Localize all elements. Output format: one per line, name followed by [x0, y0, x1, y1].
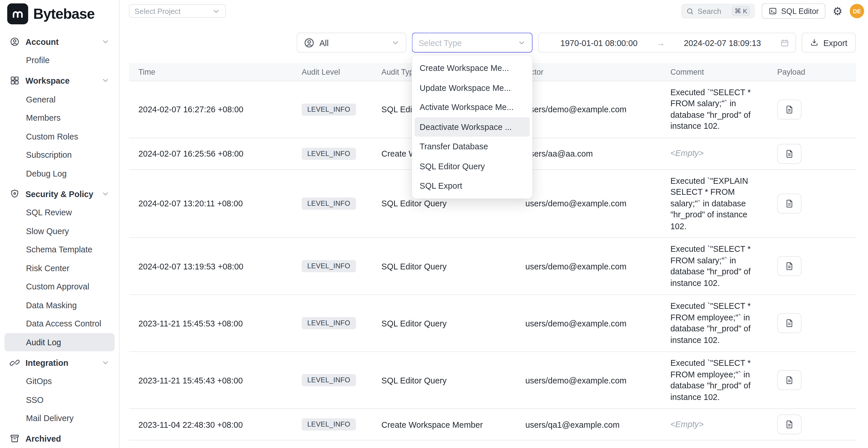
bytebase-logo-icon [7, 3, 28, 24]
brand-name: Bytebase [33, 5, 95, 22]
sidebar-item-members[interactable]: Members [4, 108, 114, 127]
section-label: Security & Policy [26, 189, 93, 198]
audit-time: 2024-02-07 16:27:26 +08:00 [129, 81, 292, 138]
chevron-down-icon [518, 38, 526, 47]
main-area: Select Project ⌘ K SQL Editor ⚙ DE [120, 0, 868, 448]
audit-comment: Executed `"SELECT * FROM department;"` i… [670, 446, 762, 448]
audit-type-dropdown: Create Workspace Me... Update Workspace … [412, 55, 533, 198]
audit-actor: users/demo@example.com [516, 237, 661, 295]
sidebar-item-risk-center[interactable]: Risk Center [4, 259, 114, 277]
sidebar-item-subscription[interactable]: Subscription [4, 146, 114, 164]
file-icon [784, 318, 794, 328]
date-from-value[interactable]: 1970-01-01 08:00:00 [545, 38, 653, 47]
dropdown-option-create-workspace-member[interactable]: Create Workspace Me... [412, 58, 533, 78]
audit-type: SQL Editor Query [372, 352, 516, 409]
table-row: 2023-11-21 15:45:53 +08:00 LEVEL_INFO SQ… [129, 295, 856, 352]
payload-button[interactable] [777, 256, 801, 276]
sidebar-section-archived[interactable]: Archived [4, 429, 114, 448]
calendar-icon [780, 38, 789, 47]
audit-comment: Executed `"EXPLAIN SELECT * FROM salary;… [670, 175, 762, 232]
search-input[interactable] [698, 7, 728, 15]
project-select-placeholder: Select Project [135, 7, 181, 15]
sidebar-item-custom-roles[interactable]: Custom Roles [4, 127, 114, 146]
dropdown-option-activate-workspace-member[interactable]: Activate Workspace Me... [412, 98, 533, 117]
user-avatar[interactable]: DE [850, 4, 864, 18]
link-icon [9, 357, 20, 367]
column-header-audit-level: Audit Level [292, 63, 372, 81]
payload-button[interactable] [777, 313, 801, 333]
payload-button[interactable] [777, 143, 801, 163]
sql-editor-button[interactable]: SQL Editor [762, 3, 826, 19]
grid-icon [9, 75, 20, 86]
sidebar-item-general[interactable]: General [4, 90, 114, 108]
audit-time: 2023-11-21 15:45:53 +08:00 [129, 295, 292, 352]
audit-time: 2024-02-07 13:20:11 +08:00 [129, 169, 292, 237]
export-button[interactable]: Export [802, 33, 856, 53]
sidebar-item-data-masking[interactable]: Data Masking [4, 296, 114, 314]
audit-comment: <Empty> [670, 148, 762, 159]
section-label: Workspace [26, 76, 70, 85]
audit-level-badge: LEVEL_INFO [302, 103, 356, 116]
dropdown-option-update-workspace-member[interactable]: Update Workspace Me... [412, 78, 533, 98]
search-icon [686, 7, 694, 15]
audit-actor: users/demo@example.com [516, 295, 661, 352]
sidebar-item-profile[interactable]: Profile [4, 51, 114, 69]
export-label: Export [824, 38, 847, 47]
sidebar-section-workspace[interactable]: Workspace [4, 71, 114, 90]
audit-level-badge: LEVEL_INFO [302, 374, 356, 386]
project-select[interactable]: Select Project [129, 4, 226, 18]
sidebar-item-audit-log[interactable]: Audit Log [4, 333, 114, 351]
audit-comment: Executed `"SELECT * FROM employee;"` in … [670, 300, 762, 346]
sidebar-item-gitops[interactable]: GitOps [4, 372, 114, 390]
brand-home-link[interactable]: Bytebase [0, 0, 119, 28]
date-to-value[interactable]: 2024-02-07 18:09:13 [668, 38, 777, 47]
audit-actor: users/demo@example.com [516, 169, 661, 237]
column-header-payload: Payload [768, 63, 856, 81]
audit-time: 2024-02-07 13:19:53 +08:00 [129, 237, 292, 295]
payload-button[interactable] [777, 414, 801, 435]
sidebar-item-debug-log[interactable]: Debug Log [4, 164, 114, 183]
sidebar-section-security-policy[interactable]: Security & Policy [4, 184, 114, 203]
audit-type: SQL Editor Query [372, 440, 516, 448]
dropdown-option-transfer-database[interactable]: Transfer Database [412, 137, 533, 156]
actor-scope-select[interactable]: All [297, 33, 406, 53]
payload-button[interactable] [777, 370, 801, 390]
dropdown-option-sql-editor-query[interactable]: SQL Editor Query [412, 156, 533, 176]
sidebar-item-mail-delivery[interactable]: Mail Delivery [4, 409, 114, 427]
search-box[interactable]: ⌘ K [682, 4, 754, 18]
audit-level-badge: LEVEL_INFO [302, 197, 356, 210]
sidebar-item-data-access-control[interactable]: Data Access Control [4, 314, 114, 333]
sidebar-item-schema-template[interactable]: Schema Template [4, 240, 114, 259]
payload-button[interactable] [777, 194, 801, 214]
table-row: 2023-11-04 21:26:24 +08:00 LEVEL_INFO SQ… [129, 440, 856, 448]
search-shortcut: ⌘ K [732, 6, 750, 16]
audit-comment: Executed `"SELECT * FROM employee;"` in … [670, 357, 762, 403]
dropdown-option-sql-export[interactable]: SQL Export [412, 176, 533, 196]
sidebar-section-account[interactable]: Account [4, 32, 114, 51]
chevron-down-icon [392, 38, 400, 47]
chevron-down-icon [101, 37, 110, 46]
dropdown-option-deactivate-workspace-member[interactable]: Deactivate Workspace ... [414, 117, 530, 137]
settings-gear-icon[interactable]: ⚙ [833, 5, 842, 17]
file-icon [784, 375, 794, 385]
audit-type-select[interactable]: Select Type [412, 33, 533, 53]
filter-bar: All Select Type 1970-01-01 08:00:00 → 20… [129, 33, 856, 53]
audit-level-badge: LEVEL_INFO [302, 418, 356, 430]
column-header-time: Time [129, 63, 292, 81]
topbar-actions: ⌘ K SQL Editor ⚙ DE [682, 3, 864, 19]
date-range-picker[interactable]: 1970-01-01 08:00:00 → 2024-02-07 18:09:1… [538, 33, 796, 53]
sidebar: Bytebase Account Profile Workspace Gener… [0, 0, 120, 448]
file-icon [784, 104, 794, 114]
sidebar-item-sso[interactable]: SSO [4, 390, 114, 409]
payload-button[interactable] [777, 99, 801, 119]
terminal-icon [768, 7, 777, 15]
audit-type: SQL Editor Query [372, 295, 516, 352]
sidebar-section-integration[interactable]: Integration [4, 353, 114, 372]
section-label: Account [26, 37, 59, 46]
audit-time: 2023-11-04 21:26:24 +08:00 [129, 440, 292, 448]
sidebar-item-slow-query[interactable]: Slow Query [4, 222, 114, 240]
sidebar-item-sql-review[interactable]: SQL Review [4, 203, 114, 222]
sidebar-item-custom-approval[interactable]: Custom Approval [4, 277, 114, 296]
archive-icon [9, 433, 20, 444]
user-circle-icon [303, 37, 315, 48]
